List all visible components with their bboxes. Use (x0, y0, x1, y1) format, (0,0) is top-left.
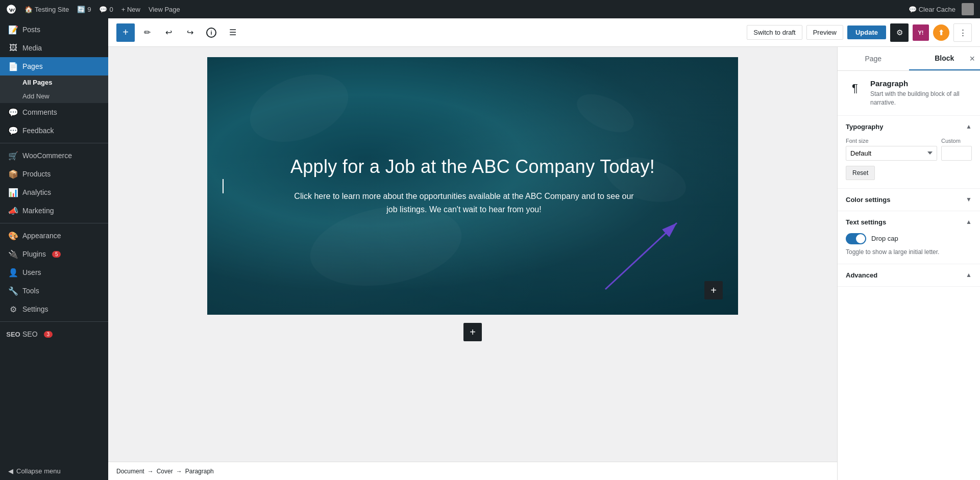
tools-icon: 🔧 (8, 286, 18, 296)
sidebar-item-seo[interactable]: SEO SEO 3 (0, 325, 108, 343)
pages-submenu: All Pages Add New (0, 75, 108, 103)
collapse-menu[interactable]: ◀ Collapse menu (0, 462, 108, 480)
sidebar-item-tools[interactable]: 🔧 Tools (0, 282, 108, 300)
font-size-select[interactable]: Default Small Medium Large X-Large (846, 146, 937, 161)
typography-chevron-up: ▲ (966, 123, 972, 130)
paragraph-block-icon: ¶ (846, 79, 864, 97)
plugins-icon: 🔌 (8, 249, 18, 259)
preview-button[interactable]: Preview (806, 25, 843, 40)
switch-to-draft-button[interactable]: Switch to draft (747, 25, 802, 40)
breadcrumb-arrow-2: → (176, 468, 182, 475)
panel-tabs: Page Block × (838, 47, 980, 71)
site-name[interactable]: 🏠 Testing Site (24, 6, 69, 13)
redo-button[interactable]: ↪ (181, 23, 199, 42)
view-page-link[interactable]: View Page (149, 6, 180, 13)
font-size-row: Font size Default Small Medium Large X-L… (846, 138, 972, 161)
update-button[interactable]: Update (847, 26, 886, 39)
sidebar-item-plugins[interactable]: 🔌 Plugins 5 (0, 245, 108, 263)
font-size-group: Font size Default Small Medium Large X-L… (846, 138, 937, 161)
sidebar-item-woocommerce[interactable]: 🛒 WooCommerce (0, 146, 108, 165)
text-settings-header[interactable]: Text settings ▲ (838, 211, 980, 233)
updates-icon: 🔄 (77, 6, 85, 13)
comments-link[interactable]: 💬 0 (99, 6, 113, 13)
details-button[interactable]: i (202, 23, 220, 42)
typography-body: Font size Default Small Medium Large X-L… (838, 138, 980, 188)
wp-logo-icon (6, 4, 16, 14)
add-block-inside-button[interactable]: + (704, 281, 723, 299)
seo-badge: 3 (44, 331, 53, 338)
marketing-icon: 📣 (8, 206, 18, 216)
font-size-custom-group: Custom (941, 138, 972, 161)
panel-close-button[interactable]: × (969, 54, 975, 64)
sidebar-item-analytics[interactable]: 📊 Analytics (0, 183, 108, 201)
sidebar-item-products[interactable]: 📦 Products (0, 165, 108, 183)
sidebar-item-feedback[interactable]: 💬 Feedback (0, 121, 108, 140)
new-link[interactable]: + New (121, 6, 140, 13)
appearance-icon: 🎨 (8, 231, 18, 241)
speech-icon: 💬 (909, 6, 917, 13)
breadcrumb-paragraph[interactable]: Paragraph (185, 468, 214, 475)
font-size-label: Font size (846, 138, 937, 144)
sidebar-item-posts[interactable]: 📝 Posts (0, 20, 108, 39)
list-icon: ☰ (229, 28, 236, 37)
text-cursor (223, 179, 224, 193)
sidebar-submenu-add-new[interactable]: Add New (0, 89, 108, 103)
block-info-title: Paragraph (870, 79, 972, 88)
sidebar-submenu-all-pages[interactable]: All Pages (0, 75, 108, 89)
seo-icon: SEO (8, 329, 18, 339)
sidebar-item-media[interactable]: 🖼 Media (0, 39, 108, 57)
breadcrumb-arrow-1: → (148, 468, 154, 475)
settings-panel-button[interactable]: ⚙ (890, 23, 909, 42)
plugins-badge: 5 (52, 251, 61, 258)
rank-icon-symbol: ⬆ (938, 29, 944, 37)
reset-button[interactable]: Reset (846, 166, 875, 180)
ellipsis-icon: ⋮ (959, 28, 967, 37)
drop-cap-toggle[interactable] (846, 233, 866, 244)
color-settings-label: Color settings (846, 196, 890, 204)
color-settings-header[interactable]: Color settings ▼ (838, 189, 980, 211)
bottom-add-block-button[interactable]: + (463, 323, 482, 341)
tools-button[interactable]: ✏ (138, 23, 156, 42)
breadcrumb-document[interactable]: Document (116, 468, 144, 475)
block-info-text: Paragraph Start with the building block … (870, 79, 972, 107)
admin-bar: 🏠 Testing Site 🔄 9 💬 0 + New View Page 💬… (0, 0, 980, 18)
advanced-label: Advanced (846, 271, 877, 279)
pencil-icon: ✏ (144, 28, 151, 37)
sidebar-item-users[interactable]: 👤 Users (0, 263, 108, 282)
users-icon: 👤 (8, 267, 18, 277)
rank-math-button[interactable]: ⬆ (933, 24, 949, 41)
drop-cap-row: Drop cap (846, 233, 972, 244)
custom-font-size-input[interactable] (941, 146, 972, 161)
plus-icon: + (122, 27, 129, 38)
media-icon: 🖼 (8, 43, 18, 53)
more-options-button[interactable]: ⋮ (953, 23, 972, 42)
typography-header[interactable]: Typography ▲ (838, 116, 980, 138)
typography-label: Typography (846, 123, 883, 131)
sidebar-item-comments[interactable]: 💬 Comments (0, 103, 108, 121)
redo-icon: ↪ (187, 28, 193, 37)
color-settings-section: Color settings ▼ (838, 189, 980, 211)
sidebar-item-appearance[interactable]: 🎨 Appearance (0, 226, 108, 245)
wp-logo[interactable] (6, 4, 16, 14)
editor-toolbar: + ✏ ↩ ↪ i ☰ Switch to draft Preview Upda… (108, 18, 980, 47)
home-icon: 🏠 (24, 6, 33, 13)
admin-avatar[interactable] (962, 3, 974, 15)
editor-breadcrumb: Document → Cover → Paragraph (108, 462, 837, 480)
list-view-button[interactable]: ☰ (224, 23, 242, 42)
advanced-section: Advanced ▲ (838, 264, 980, 287)
undo-button[interactable]: ↩ (159, 23, 178, 42)
editor-content: Apply for a Job at the ABC Company Today… (108, 47, 980, 480)
drop-cap-desc: Toggle to show a large initial letter. (846, 248, 972, 256)
clear-cache-link[interactable]: 💬 Clear Cache (909, 6, 955, 13)
tab-page[interactable]: Page (838, 47, 909, 70)
breadcrumb-cover[interactable]: Cover (157, 468, 173, 475)
updates-link[interactable]: 🔄 9 (77, 6, 91, 13)
sidebar-item-marketing[interactable]: 📣 Marketing (0, 201, 108, 220)
toolbar-right: Switch to draft Preview Update ⚙ Y! ⬆ ⋮ (747, 23, 972, 42)
advanced-header[interactable]: Advanced ▲ (838, 264, 980, 286)
sidebar-item-settings[interactable]: ⚙ Settings (0, 300, 108, 318)
yoast-button[interactable]: Y! (913, 24, 929, 41)
sidebar-item-pages[interactable]: 📄 Pages (0, 57, 108, 75)
cover-block[interactable]: Apply for a Job at the ABC Company Today… (207, 57, 738, 315)
add-block-button[interactable]: + (116, 23, 135, 42)
